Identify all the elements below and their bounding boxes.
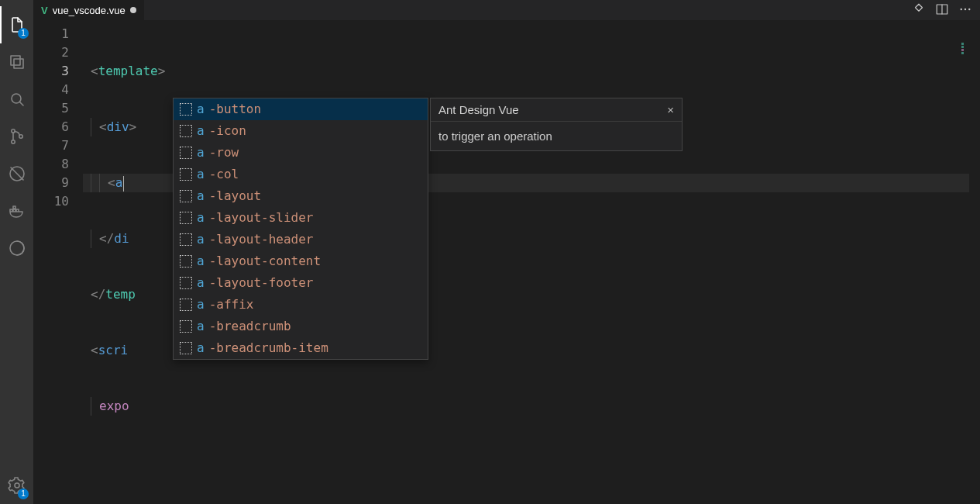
tab-filename: vue_vscode.vue xyxy=(53,5,126,16)
suggest-item[interactable]: a-layout-content xyxy=(174,250,428,272)
more-icon[interactable] xyxy=(958,2,972,19)
snippet-icon xyxy=(180,342,192,354)
line-number: 1 xyxy=(33,25,83,43)
line-number: 5 xyxy=(33,99,83,118)
vue-file-icon: V xyxy=(41,5,48,16)
split-editor-icon[interactable] xyxy=(935,2,949,19)
activity-extensions[interactable] xyxy=(0,230,33,267)
snippet-icon xyxy=(180,125,192,137)
suggest-item[interactable]: a-affix xyxy=(174,294,428,316)
snippet-icon xyxy=(180,233,192,246)
settings-badge: 1 xyxy=(18,488,29,499)
snippet-icon xyxy=(180,103,192,116)
activity-files[interactable] xyxy=(0,43,33,81)
activity-explorer[interactable]: 1 xyxy=(0,6,33,43)
snippet-icon xyxy=(180,277,192,289)
snippet-icon xyxy=(180,168,192,181)
editor[interactable]: 1 2 3 4 5 6 7 8 9 10 <template> <div> <a… xyxy=(33,20,980,504)
minimap[interactable] xyxy=(961,42,977,57)
compare-icon[interactable] xyxy=(912,2,926,19)
snippet-icon xyxy=(180,147,192,159)
line-number: 3 xyxy=(33,62,83,81)
snippet-icon xyxy=(180,190,192,202)
suggest-item[interactable]: a-button xyxy=(174,98,428,120)
snippet-icon xyxy=(180,320,192,333)
activity-bar: 1 1 xyxy=(0,0,33,504)
explorer-badge: 1 xyxy=(18,28,29,39)
svg-rect-1 xyxy=(14,59,23,68)
text-caret xyxy=(123,176,124,192)
line-number: 8 xyxy=(33,155,83,174)
line-number-gutter: 1 2 3 4 5 6 7 8 9 10 xyxy=(33,20,83,504)
snippet-icon xyxy=(180,212,192,224)
suggest-item[interactable]: a-layout xyxy=(174,185,428,207)
activity-debug[interactable] xyxy=(0,155,33,192)
line-number: 6 xyxy=(33,118,83,136)
suggest-doc-panel: Ant Design Vue × to trigger an operation xyxy=(430,98,683,151)
suggest-item[interactable]: a-layout-footer xyxy=(174,272,428,294)
code-line xyxy=(83,453,969,471)
svg-rect-0 xyxy=(11,56,20,65)
main-column: V vue_vscode.vue 1 2 3 4 5 6 7 8 9 10 <t… xyxy=(33,0,980,504)
activity-docker[interactable] xyxy=(0,192,33,230)
suggest-widget[interactable]: a-button a-icon a-row a-col a-layout a-l… xyxy=(173,98,428,360)
svg-point-10 xyxy=(961,8,962,9)
svg-point-8 xyxy=(15,483,19,488)
activity-source-control[interactable] xyxy=(0,118,33,155)
suggest-item[interactable]: a-layout-slider xyxy=(174,207,428,229)
dirty-indicator-icon xyxy=(130,7,136,13)
activity-settings[interactable]: 1 xyxy=(0,467,33,504)
suggest-item[interactable]: a-row xyxy=(174,142,428,164)
line-number: 4 xyxy=(33,81,83,99)
line-number: 7 xyxy=(33,136,83,155)
tab-file[interactable]: V vue_vscode.vue xyxy=(33,0,144,20)
suggest-doc-body: to trigger an operation xyxy=(431,122,682,150)
snippet-icon xyxy=(180,299,192,311)
activity-search[interactable] xyxy=(0,81,33,118)
tab-bar: V vue_vscode.vue xyxy=(33,0,980,20)
vertical-scrollbar[interactable] xyxy=(969,20,980,504)
suggest-item[interactable]: a-breadcrumb-item xyxy=(174,337,428,359)
suggest-item[interactable]: a-icon xyxy=(174,120,428,142)
line-number: 2 xyxy=(33,43,83,62)
code-line: <template> xyxy=(83,62,969,81)
suggest-doc-title: Ant Design Vue xyxy=(438,103,519,116)
line-number: 10 xyxy=(33,192,83,211)
svg-point-11 xyxy=(965,8,966,9)
svg-point-12 xyxy=(968,8,970,9)
suggest-item[interactable]: a-col xyxy=(174,164,428,185)
close-icon[interactable]: × xyxy=(667,103,674,116)
code-line: expo xyxy=(83,397,969,416)
snippet-icon xyxy=(180,255,192,268)
line-number: 9 xyxy=(33,174,83,192)
suggest-item[interactable]: a-layout-header xyxy=(174,229,428,250)
suggest-item[interactable]: a-breadcrumb xyxy=(174,316,428,337)
